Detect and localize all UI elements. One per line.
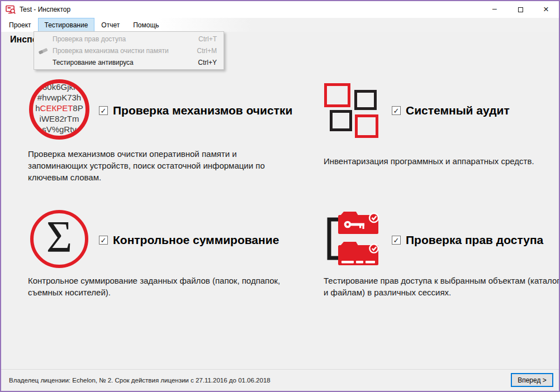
access-rights-checkbox[interactable]: ✓ (392, 236, 401, 245)
menu-option-label: Проверка прав доступа (53, 35, 188, 43)
menu-option-memory-clean-check: Проверка механизма очистки памяти Ctrl+M (34, 45, 224, 56)
license-info-text: Владелец лицензии: Echelon, № 2. Срок де… (9, 377, 270, 384)
red-circle-ring (29, 79, 89, 140)
next-button[interactable]: Вперед > (511, 373, 553, 387)
section-title: Системный аудит (406, 104, 510, 117)
top-folder (338, 212, 378, 234)
title-bar: Test - Инспектор – × (1, 1, 559, 18)
window-title: Test - Инспектор (20, 6, 70, 13)
section-description-access-rights: Тестирование прав доступа к выбранным об… (324, 275, 560, 298)
section-heading-access-rights: ✓ Проверка прав доступа (392, 233, 543, 247)
minimize-button[interactable]: – (482, 1, 507, 18)
secret-stamp-icon: 30k6Gjkr #hvwpK73h hСЕКРЕТ8P iWE82rTm sV… (26, 79, 93, 140)
section-title: Проверка прав доступа (406, 233, 543, 247)
menu-option-shortcut: Ctrl+Y (198, 59, 217, 66)
maximize-button[interactable] (507, 1, 533, 18)
menu-option-shortcut: Ctrl+T (198, 35, 217, 43)
bottom-folder (338, 242, 378, 265)
system-audit-squares-icon (322, 79, 384, 141)
section-heading-system-audit: ✓ Системный аудит (392, 104, 510, 117)
section-heading-checksum: ✓ Контрольное суммирование (99, 233, 279, 247)
checksum-checkbox[interactable]: ✓ (99, 236, 108, 245)
eraser-icon (38, 46, 48, 55)
sigma-circle-icon: Σ (30, 210, 88, 268)
menu-item-testing[interactable]: Тестирование (38, 18, 95, 32)
minimize-icon: – (492, 4, 497, 13)
black-square-icon (330, 110, 352, 131)
black-square-icon (354, 90, 377, 110)
menu-item-report[interactable]: Отчет (94, 18, 126, 32)
access-rights-folders-icon (321, 208, 384, 270)
close-icon: × (543, 4, 549, 15)
menu-option-antivirus-test[interactable]: Тестирование антивируса Ctrl+Y (34, 56, 224, 68)
menu-option-label: Проверка механизма очистки памяти (53, 47, 187, 55)
red-square-icon (355, 114, 378, 138)
red-square-icon (324, 83, 350, 107)
section-title: Проверка механизмов очистки (113, 104, 292, 117)
menu-option-access-rights-check: Проверка прав доступа Ctrl+T (34, 33, 224, 45)
memory-clean-checkbox[interactable]: ✓ (99, 106, 108, 115)
section-description-checksum: Контрольное суммирование заданных файлов… (28, 275, 307, 298)
app-window: Test - Инспектор – × Проект Тестирование… (0, 0, 560, 392)
maximize-icon (518, 7, 523, 12)
section-heading-memory-clean: ✓ Проверка механизмов очистки (99, 104, 292, 117)
system-audit-checkbox[interactable]: ✓ (392, 106, 401, 115)
section-title: Контрольное суммирование (113, 233, 279, 247)
status-bar: Владелец лицензии: Echelon, № 2. Срок де… (1, 369, 559, 391)
menu-item-project[interactable]: Проект (2, 18, 38, 32)
menu-option-shortcut: Ctrl+M (197, 47, 217, 55)
menu-item-help[interactable]: Помощь (126, 18, 165, 32)
close-button[interactable]: × (533, 1, 559, 18)
window-controls: – × (482, 1, 559, 18)
section-description-memory-clean: Проверка механизмов очистки оперативной … (28, 148, 285, 183)
menu-bar: Проект Тестирование Отчет Помощь (1, 18, 559, 32)
sigma-glyph: Σ (46, 214, 73, 259)
menu-option-label: Тестирование антивируса (53, 59, 188, 66)
testing-dropdown-menu: Проверка прав доступа Ctrl+T Проверка ме… (34, 31, 224, 70)
section-description-system-audit: Инвентаризация программных и аппаратных … (324, 155, 560, 167)
app-logo-icon (6, 5, 16, 15)
